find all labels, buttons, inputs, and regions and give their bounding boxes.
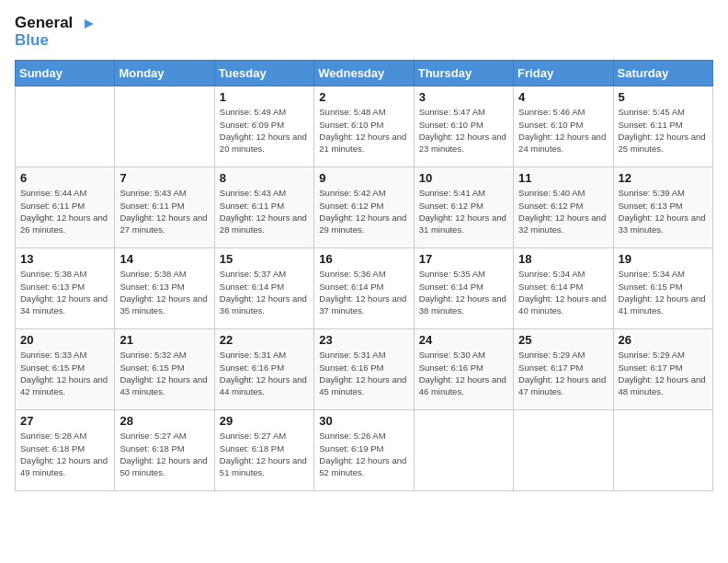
weekday-header: Wednesday bbox=[314, 61, 414, 86]
day-number: 3 bbox=[419, 90, 508, 104]
calendar-cell bbox=[115, 86, 214, 167]
calendar-header: SundayMondayTuesdayWednesdayThursdayFrid… bbox=[16, 61, 713, 86]
calendar-cell: 18Sunrise: 5:34 AMSunset: 6:14 PMDayligh… bbox=[514, 248, 613, 329]
day-info: Sunrise: 5:26 AMSunset: 6:19 PMDaylight:… bbox=[319, 430, 408, 478]
day-info: Sunrise: 5:43 AMSunset: 6:11 PMDaylight:… bbox=[220, 187, 309, 236]
calendar-cell: 8Sunrise: 5:43 AMSunset: 6:11 PMDaylight… bbox=[214, 167, 313, 248]
weekday-header: Sunday bbox=[16, 61, 115, 86]
calendar-cell: 2Sunrise: 5:48 AMSunset: 6:10 PMDaylight… bbox=[314, 86, 414, 167]
day-number: 10 bbox=[419, 171, 508, 185]
calendar-cell: 12Sunrise: 5:39 AMSunset: 6:13 PMDayligh… bbox=[613, 167, 712, 248]
calendar-cell: 9Sunrise: 5:42 AMSunset: 6:12 PMDaylight… bbox=[314, 167, 414, 248]
day-info: Sunrise: 5:37 AMSunset: 6:14 PMDaylight:… bbox=[220, 268, 309, 316]
day-info: Sunrise: 5:31 AMSunset: 6:16 PMDaylight:… bbox=[319, 349, 408, 397]
day-number: 1 bbox=[220, 90, 309, 104]
calendar-cell: 11Sunrise: 5:40 AMSunset: 6:12 PMDayligh… bbox=[514, 167, 613, 248]
day-info: Sunrise: 5:44 AMSunset: 6:11 PMDaylight:… bbox=[20, 187, 109, 236]
logo-arrow-icon bbox=[77, 16, 94, 32]
calendar-cell: 25Sunrise: 5:29 AMSunset: 6:17 PMDayligh… bbox=[514, 329, 613, 410]
day-info: Sunrise: 5:42 AMSunset: 6:12 PMDaylight:… bbox=[319, 187, 408, 236]
day-number: 24 bbox=[419, 333, 508, 347]
day-info: Sunrise: 5:45 AMSunset: 6:11 PMDaylight:… bbox=[619, 106, 708, 155]
header: General Blue bbox=[15, 15, 713, 49]
day-info: Sunrise: 5:49 AMSunset: 6:09 PMDaylight:… bbox=[220, 106, 309, 155]
day-number: 9 bbox=[319, 171, 408, 185]
day-number: 27 bbox=[20, 414, 109, 428]
calendar-cell: 15Sunrise: 5:37 AMSunset: 6:14 PMDayligh… bbox=[214, 248, 313, 329]
day-info: Sunrise: 5:48 AMSunset: 6:10 PMDaylight:… bbox=[319, 106, 408, 155]
calendar-cell: 27Sunrise: 5:28 AMSunset: 6:18 PMDayligh… bbox=[16, 410, 115, 491]
day-info: Sunrise: 5:39 AMSunset: 6:13 PMDaylight:… bbox=[619, 187, 708, 236]
calendar-cell bbox=[414, 410, 513, 491]
calendar-cell: 1Sunrise: 5:49 AMSunset: 6:09 PMDaylight… bbox=[214, 86, 313, 167]
calendar-cell: 26Sunrise: 5:29 AMSunset: 6:17 PMDayligh… bbox=[613, 329, 712, 410]
logo-text: General Blue bbox=[15, 15, 94, 49]
calendar-week-row: 27Sunrise: 5:28 AMSunset: 6:18 PMDayligh… bbox=[16, 410, 713, 491]
day-info: Sunrise: 5:34 AMSunset: 6:15 PMDaylight:… bbox=[619, 268, 708, 316]
day-number: 14 bbox=[119, 252, 209, 266]
day-number: 11 bbox=[518, 171, 608, 185]
calendar-cell: 22Sunrise: 5:31 AMSunset: 6:16 PMDayligh… bbox=[214, 329, 313, 410]
calendar-cell: 30Sunrise: 5:26 AMSunset: 6:19 PMDayligh… bbox=[314, 410, 414, 491]
calendar-cell: 16Sunrise: 5:36 AMSunset: 6:14 PMDayligh… bbox=[314, 248, 414, 329]
calendar-cell bbox=[16, 86, 115, 167]
calendar-cell: 14Sunrise: 5:38 AMSunset: 6:13 PMDayligh… bbox=[115, 248, 214, 329]
day-info: Sunrise: 5:34 AMSunset: 6:14 PMDaylight:… bbox=[518, 268, 608, 316]
day-number: 6 bbox=[20, 171, 109, 185]
day-number: 8 bbox=[220, 171, 309, 185]
svg-marker-0 bbox=[85, 19, 94, 29]
calendar-cell: 23Sunrise: 5:31 AMSunset: 6:16 PMDayligh… bbox=[314, 329, 414, 410]
calendar-body: 1Sunrise: 5:49 AMSunset: 6:09 PMDaylight… bbox=[16, 86, 713, 491]
calendar-cell: 10Sunrise: 5:41 AMSunset: 6:12 PMDayligh… bbox=[414, 167, 513, 248]
day-number: 13 bbox=[20, 252, 109, 266]
weekday-header: Tuesday bbox=[214, 61, 313, 86]
calendar-cell: 13Sunrise: 5:38 AMSunset: 6:13 PMDayligh… bbox=[16, 248, 115, 329]
day-number: 25 bbox=[518, 333, 608, 347]
day-info: Sunrise: 5:28 AMSunset: 6:18 PMDaylight:… bbox=[20, 430, 109, 478]
day-number: 21 bbox=[119, 333, 209, 347]
day-number: 29 bbox=[220, 414, 309, 428]
day-number: 22 bbox=[220, 333, 309, 347]
day-number: 5 bbox=[619, 90, 708, 104]
day-number: 23 bbox=[319, 333, 408, 347]
day-number: 18 bbox=[518, 252, 608, 266]
day-number: 19 bbox=[619, 252, 708, 266]
weekday-header: Monday bbox=[115, 61, 214, 86]
day-info: Sunrise: 5:27 AMSunset: 6:18 PMDaylight:… bbox=[119, 430, 209, 478]
calendar-table: SundayMondayTuesdayWednesdayThursdayFrid… bbox=[15, 60, 713, 491]
calendar-cell bbox=[613, 410, 712, 491]
calendar-week-row: 6Sunrise: 5:44 AMSunset: 6:11 PMDaylight… bbox=[16, 167, 713, 248]
day-info: Sunrise: 5:36 AMSunset: 6:14 PMDaylight:… bbox=[319, 268, 408, 316]
calendar-week-row: 13Sunrise: 5:38 AMSunset: 6:13 PMDayligh… bbox=[16, 248, 713, 329]
day-number: 7 bbox=[119, 171, 209, 185]
day-info: Sunrise: 5:31 AMSunset: 6:16 PMDaylight:… bbox=[220, 349, 309, 397]
calendar-cell: 7Sunrise: 5:43 AMSunset: 6:11 PMDaylight… bbox=[115, 167, 214, 248]
calendar-cell: 20Sunrise: 5:33 AMSunset: 6:15 PMDayligh… bbox=[16, 329, 115, 410]
calendar-cell: 28Sunrise: 5:27 AMSunset: 6:18 PMDayligh… bbox=[115, 410, 214, 491]
day-info: Sunrise: 5:30 AMSunset: 6:16 PMDaylight:… bbox=[419, 349, 508, 397]
day-number: 17 bbox=[419, 252, 508, 266]
day-number: 30 bbox=[319, 414, 408, 428]
calendar-cell bbox=[514, 410, 613, 491]
day-number: 15 bbox=[220, 252, 309, 266]
weekday-header: Friday bbox=[514, 61, 613, 86]
day-info: Sunrise: 5:40 AMSunset: 6:12 PMDaylight:… bbox=[518, 187, 608, 236]
day-number: 26 bbox=[619, 333, 708, 347]
day-info: Sunrise: 5:41 AMSunset: 6:12 PMDaylight:… bbox=[419, 187, 508, 236]
calendar-week-row: 20Sunrise: 5:33 AMSunset: 6:15 PMDayligh… bbox=[16, 329, 713, 410]
calendar-cell: 21Sunrise: 5:32 AMSunset: 6:15 PMDayligh… bbox=[115, 329, 214, 410]
day-number: 16 bbox=[319, 252, 408, 266]
weekday-row: SundayMondayTuesdayWednesdayThursdayFrid… bbox=[16, 61, 713, 86]
calendar-cell: 3Sunrise: 5:47 AMSunset: 6:10 PMDaylight… bbox=[414, 86, 513, 167]
day-info: Sunrise: 5:46 AMSunset: 6:10 PMDaylight:… bbox=[518, 106, 608, 155]
day-number: 28 bbox=[119, 414, 209, 428]
calendar-cell: 6Sunrise: 5:44 AMSunset: 6:11 PMDaylight… bbox=[16, 167, 115, 248]
calendar-cell: 29Sunrise: 5:27 AMSunset: 6:18 PMDayligh… bbox=[214, 410, 313, 491]
day-info: Sunrise: 5:33 AMSunset: 6:15 PMDaylight:… bbox=[20, 349, 109, 397]
calendar-cell: 24Sunrise: 5:30 AMSunset: 6:16 PMDayligh… bbox=[414, 329, 513, 410]
day-number: 4 bbox=[518, 90, 608, 104]
day-info: Sunrise: 5:27 AMSunset: 6:18 PMDaylight:… bbox=[220, 430, 309, 478]
day-info: Sunrise: 5:43 AMSunset: 6:11 PMDaylight:… bbox=[119, 187, 209, 236]
day-info: Sunrise: 5:35 AMSunset: 6:14 PMDaylight:… bbox=[419, 268, 508, 316]
weekday-header: Saturday bbox=[613, 61, 712, 86]
